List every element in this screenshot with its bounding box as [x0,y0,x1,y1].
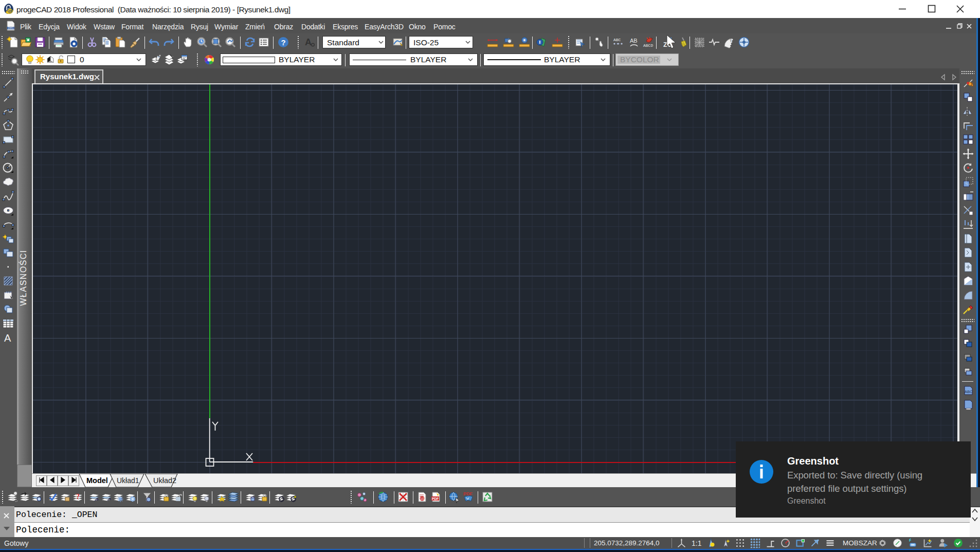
svg-text:Układ2: Układ2 [153,476,176,485]
svg-text:Model: Model [86,476,108,485]
svg-text:DWG: DWG [8,27,14,29]
svg-text:Układ1: Układ1 [117,476,139,485]
svg-text:18: 18 [8,9,12,12]
